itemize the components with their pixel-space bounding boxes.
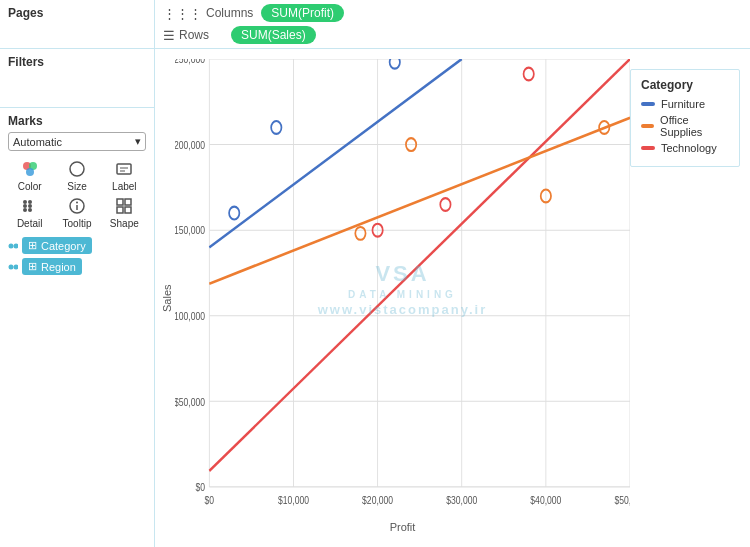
legend-title: Category — [641, 78, 729, 92]
region-field-dot — [8, 262, 18, 272]
svg-point-2 — [26, 168, 34, 176]
filters-section: Filters — [0, 49, 154, 108]
svg-point-3 — [70, 162, 84, 176]
svg-rect-18 — [117, 207, 123, 213]
svg-rect-4 — [117, 164, 131, 174]
technology-trend-line — [209, 59, 630, 471]
svg-text:$10,000: $10,000 — [278, 494, 310, 506]
filters-title: Filters — [8, 55, 146, 69]
shape-label: Shape — [110, 218, 139, 229]
svg-text:$100,000: $100,000 — [175, 310, 206, 322]
svg-text:$250,000: $250,000 — [175, 59, 206, 65]
rows-label-group: ☰ Rows — [163, 28, 223, 43]
left-panel: Pages Filters Marks Automatic ▾ Co — [0, 0, 155, 547]
furniture-trend-line — [209, 59, 461, 247]
detail-label: Detail — [17, 218, 43, 229]
columns-row: ⋮⋮⋮ Columns SUM(Profit) — [163, 4, 742, 22]
legend: Category Furniture Office Supplies Techn… — [630, 69, 740, 167]
svg-text:$0: $0 — [205, 494, 215, 506]
legend-label-office: Office Supplies — [660, 114, 729, 138]
rows-icon: ☰ — [163, 28, 175, 43]
category-field-row: ⊞ Category — [8, 237, 146, 254]
region-pill-icon: ⊞ — [28, 260, 37, 273]
svg-point-22 — [9, 264, 14, 269]
marks-fields: ⊞ Category ⊞ Region — [8, 237, 146, 275]
marks-section: Marks Automatic ▾ Color — [0, 108, 154, 547]
color-icon — [20, 159, 40, 179]
region-field-row: ⊞ Region — [8, 258, 146, 275]
shape-icon — [114, 196, 134, 216]
label-label: Label — [112, 181, 136, 192]
svg-point-23 — [14, 264, 19, 269]
x-axis-label: Profit — [175, 519, 630, 537]
category-field-pill[interactable]: ⊞ Category — [22, 237, 92, 254]
svg-point-11 — [28, 204, 32, 208]
svg-text:$20,000: $20,000 — [362, 494, 394, 506]
svg-text:$50,000: $50,000 — [175, 396, 206, 408]
legend-color-office — [641, 124, 654, 128]
pages-title: Pages — [8, 6, 146, 20]
tooltip-icon — [67, 196, 87, 216]
columns-pill[interactable]: SUM(Profit) — [261, 4, 344, 22]
marks-grid: Color Size — [8, 159, 146, 229]
legend-item-furniture: Furniture — [641, 98, 729, 110]
svg-rect-17 — [125, 199, 131, 205]
marks-dropdown[interactable]: Automatic ▾ — [8, 132, 146, 151]
svg-point-10 — [28, 200, 32, 204]
y-axis-label: Sales — [159, 59, 175, 537]
category-pill-label: Category — [41, 240, 86, 252]
dropdown-arrow-icon: ▾ — [135, 135, 141, 148]
marks-title: Marks — [8, 114, 146, 128]
mark-tooltip[interactable]: Tooltip — [55, 196, 98, 229]
main-area: ⋮⋮⋮ Columns SUM(Profit) ☰ Rows SUM(Sales… — [155, 0, 750, 547]
svg-point-21 — [14, 243, 19, 248]
region-field-pill[interactable]: ⊞ Region — [22, 258, 82, 275]
category-pill-icon: ⊞ — [28, 239, 37, 252]
mark-detail[interactable]: Detail — [8, 196, 51, 229]
svg-point-12 — [28, 208, 32, 212]
legend-color-furniture — [641, 102, 655, 106]
mark-label[interactable]: Label — [103, 159, 146, 192]
office-supplies-point — [355, 227, 365, 240]
columns-label-group: ⋮⋮⋮ Columns — [163, 6, 253, 21]
legend-color-technology — [641, 146, 655, 150]
svg-point-8 — [23, 204, 27, 208]
svg-point-7 — [23, 200, 27, 204]
toolbar: ⋮⋮⋮ Columns SUM(Profit) ☰ Rows SUM(Sales… — [155, 0, 750, 49]
legend-label-furniture: Furniture — [661, 98, 705, 110]
svg-text:$50,000: $50,000 — [614, 494, 630, 506]
svg-text:$30,000: $30,000 — [446, 494, 478, 506]
mark-size[interactable]: Size — [55, 159, 98, 192]
svg-text:$200,000: $200,000 — [175, 139, 206, 151]
legend-label-technology: Technology — [661, 142, 717, 154]
svg-point-14 — [76, 202, 78, 204]
chart-svg-area: $0 $50,000 $100,000 $150,000 $200,000 $2… — [175, 59, 630, 519]
furniture-point — [390, 59, 400, 69]
svg-text:$0: $0 — [196, 481, 206, 493]
svg-text:$40,000: $40,000 — [530, 494, 562, 506]
columns-icon: ⋮⋮⋮ — [163, 6, 202, 21]
size-label: Size — [67, 181, 86, 192]
rows-pill[interactable]: SUM(Sales) — [231, 26, 316, 44]
marks-dropdown-label: Automatic — [13, 136, 62, 148]
svg-point-9 — [23, 208, 27, 212]
technology-point — [440, 198, 450, 211]
furniture-point — [271, 121, 281, 134]
pages-section: Pages — [0, 0, 154, 49]
legend-item-technology: Technology — [641, 142, 729, 154]
chart-inner: $0 $50,000 $100,000 $150,000 $200,000 $2… — [175, 59, 630, 537]
mark-color[interactable]: Color — [8, 159, 51, 192]
rows-row: ☰ Rows SUM(Sales) — [163, 26, 742, 44]
chart-svg: $0 $50,000 $100,000 $150,000 $200,000 $2… — [175, 59, 630, 519]
technology-point — [524, 68, 534, 81]
svg-text:$150,000: $150,000 — [175, 225, 206, 237]
legend-item-office: Office Supplies — [641, 114, 729, 138]
region-pill-label: Region — [41, 261, 76, 273]
svg-rect-16 — [117, 199, 123, 205]
color-label: Color — [18, 181, 42, 192]
category-field-dot — [8, 241, 18, 251]
furniture-point — [229, 207, 239, 220]
svg-rect-19 — [125, 207, 131, 213]
mark-shape[interactable]: Shape — [103, 196, 146, 229]
size-icon — [67, 159, 87, 179]
